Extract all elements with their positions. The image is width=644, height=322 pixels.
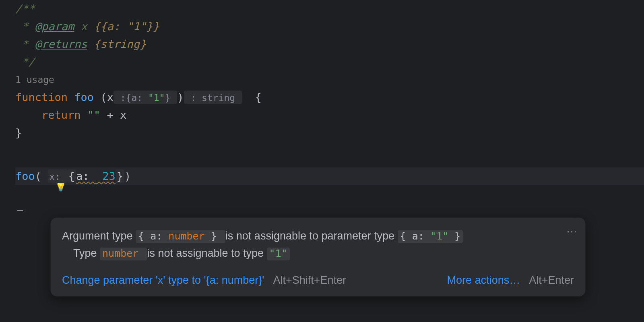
code-chip: "1" <box>267 248 290 260</box>
inlay-hint-type[interactable]: :{a: "1"} <box>114 91 177 104</box>
error-text: Type <box>73 247 100 259</box>
jsdoc-text <box>87 38 94 50</box>
close-brace: } <box>15 126 22 139</box>
code-line[interactable]: /** <box>15 0 644 18</box>
identifier: x <box>120 109 126 121</box>
lparen: ( <box>35 170 41 182</box>
space <box>41 170 48 182</box>
shortcut-hint: Alt+Enter <box>529 274 574 287</box>
error-message-line: Type number is not assignable to type "1… <box>62 245 574 262</box>
inspection-popup: ⋮ Argument type { a: number } is not ass… <box>50 217 586 297</box>
space <box>94 91 100 103</box>
space <box>68 91 74 103</box>
code-line[interactable]: return "" + x <box>15 106 644 124</box>
lparen: ( <box>100 91 107 103</box>
keyword: function <box>15 91 68 103</box>
string-literal: "" <box>87 109 101 121</box>
warning-span[interactable]: a: 23 <box>76 170 116 182</box>
code-chip: number <box>100 248 147 260</box>
argument-close: } <box>116 169 124 183</box>
jsdoc-type: {string} <box>94 38 146 50</box>
error-text: is not assignable to type <box>147 247 266 259</box>
error-text: Argument type <box>62 230 136 242</box>
space <box>242 91 255 103</box>
operator: + <box>100 109 120 121</box>
open-brace: { <box>255 91 262 103</box>
jsdoc-tag: @param <box>35 20 74 33</box>
code-line-current[interactable]: foo( x: {a: 23}) <box>15 167 644 185</box>
code-chip: { a: "1" } <box>398 230 463 243</box>
rparen: ) <box>177 91 184 103</box>
object-key: a: <box>76 170 96 182</box>
intention-bulb-line: 💡 <box>15 142 644 159</box>
comment-text: */ <box>15 56 35 68</box>
jsdoc-type: {{a: "1"}} <box>94 20 159 33</box>
code-line[interactable]: */ <box>15 53 644 71</box>
code-line[interactable]: * @returns {string} <box>15 35 644 53</box>
number-literal: 23 <box>96 170 116 182</box>
error-message-line: Argument type { a: number } is not assig… <box>62 227 574 245</box>
inlay-hint-return[interactable]: : string <box>184 91 242 104</box>
argument-open: { <box>67 169 76 183</box>
code-line[interactable]: * @param x {{a: "1"}} <box>15 18 644 35</box>
more-options-icon[interactable]: ⋮ <box>566 227 578 238</box>
comment-star: * <box>15 20 35 33</box>
function-name: foo <box>74 91 94 103</box>
inlay-hint-param[interactable]: x: <box>48 169 67 183</box>
quick-fix-link[interactable]: Change parameter 'x' type to '{a: number… <box>62 274 264 287</box>
code-line[interactable]: function foo (x :{a: "1"} ) : string { <box>15 89 644 106</box>
popup-actions: Change parameter 'x' type to '{a: number… <box>62 274 574 287</box>
usage-hint-line[interactable]: 1 usage <box>15 71 644 89</box>
function-call: foo <box>15 170 35 182</box>
keyword: return <box>41 109 81 121</box>
comment-text: /** <box>15 2 35 15</box>
rparen: ) <box>124 170 131 182</box>
jsdoc-text: x <box>74 20 94 33</box>
usage-hint[interactable]: 1 usage <box>15 74 54 85</box>
error-text: is not assignable to parameter type <box>225 230 398 242</box>
shortcut-hint: Alt+Shift+Enter <box>273 274 346 287</box>
comment-star: * <box>15 38 35 50</box>
space <box>81 109 87 121</box>
param-name: x <box>107 91 114 103</box>
jsdoc-tag: @returns <box>35 38 87 50</box>
code-editor[interactable]: /** * @param x {{a: "1"}} * @returns {st… <box>0 0 644 185</box>
more-actions-link[interactable]: More actions… <box>447 274 520 287</box>
indent <box>15 109 41 121</box>
code-chip: { a: number } <box>136 230 225 243</box>
code-line[interactable]: } <box>15 124 644 142</box>
